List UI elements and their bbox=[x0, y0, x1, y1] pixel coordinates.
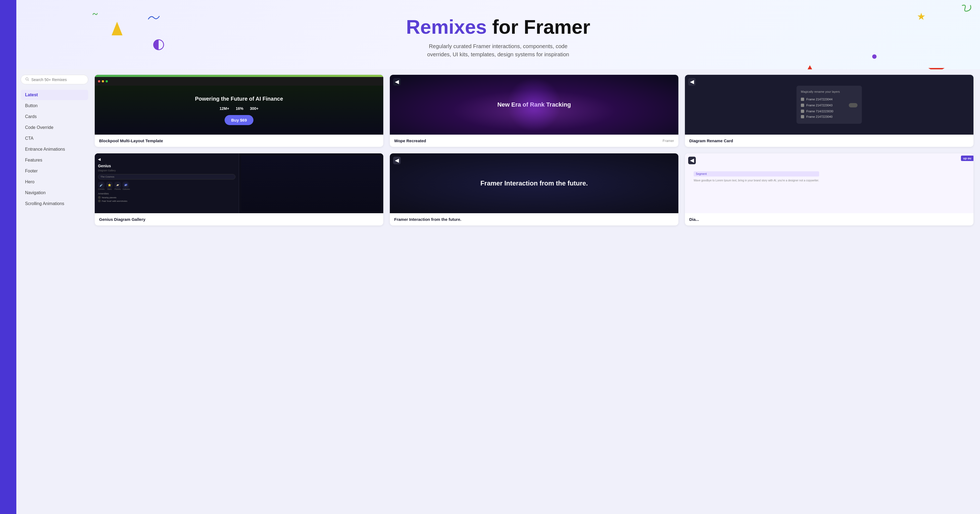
genius-main-panel bbox=[239, 153, 383, 213]
shape-triangle-red bbox=[803, 65, 817, 69]
stat2: 16% bbox=[236, 106, 243, 111]
diagram-mock: Magically rename your layers Frame 21472… bbox=[797, 86, 862, 124]
content-area: Latest Button Cards Code Override CTA En… bbox=[16, 69, 980, 514]
search-icon bbox=[25, 77, 29, 82]
amenities-label: Amenities bbox=[98, 192, 235, 195]
card-genius-title: Genius Diagram Gallery bbox=[99, 217, 145, 222]
diagram-row-2: Frame 714/2223030 bbox=[801, 108, 858, 114]
sidebar-item-scrolling-animations[interactable]: Scrolling Animations bbox=[21, 198, 88, 209]
card-cutoff[interactable]: ◀ up ou Segment Wave goodbye to Lorem Ip… bbox=[685, 153, 974, 225]
card-framer-int-title: Framer Interaction from the future. bbox=[394, 217, 461, 222]
card-genius[interactable]: ◀ Genius Diagram Gallery The Cosmos ☄️ C… bbox=[95, 153, 383, 225]
sidebar-item-footer[interactable]: Footer bbox=[21, 166, 88, 176]
genius-subtitle: Diagram Gallery bbox=[98, 169, 235, 172]
card-genius-thumbnail: ◀ Genius Diagram Gallery The Cosmos ☄️ C… bbox=[95, 153, 383, 213]
card-genius-info: Genius Diagram Gallery bbox=[95, 213, 383, 225]
blockpool-browser-bar bbox=[95, 77, 383, 86]
card-framer-interaction[interactable]: ◀ Framer Interaction from the future. Fr… bbox=[390, 153, 678, 225]
sidebar-item-hero[interactable]: Hero bbox=[21, 177, 88, 187]
genius-sidebar: ◀ Genius Diagram Gallery The Cosmos ☄️ C… bbox=[95, 153, 239, 213]
card-framer-int-info: Framer Interaction from the future. bbox=[390, 213, 678, 225]
dot-yellow bbox=[102, 80, 104, 82]
stat3: 300+ bbox=[250, 106, 259, 111]
hero-subtitle: Regularly curated Framer interactions, c… bbox=[422, 42, 574, 59]
shape-squiggle-green2 bbox=[961, 3, 975, 15]
framer-int-logo: ◀ bbox=[393, 157, 401, 164]
search-box[interactable] bbox=[21, 75, 88, 84]
card-diagram[interactable]: ◀ Magically rename your layers Frame 214… bbox=[685, 75, 974, 147]
card-diagram-thumbnail: ◀ Magically rename your layers Frame 214… bbox=[685, 75, 974, 135]
sidebar-bar bbox=[0, 0, 16, 514]
dot-red bbox=[98, 80, 100, 82]
blockpool-stats: 12M+ 16% 300+ bbox=[220, 106, 259, 111]
diagram-row-1: Frame 2147223043 bbox=[801, 102, 858, 108]
card-wope-title: Wope Recreated bbox=[394, 138, 426, 143]
up-badge: up ou bbox=[961, 155, 974, 161]
card-cutoff-title: Dia... bbox=[689, 217, 699, 222]
card-wope-tag: Framer bbox=[663, 139, 674, 143]
diagram-framer-logo: ◀ bbox=[688, 78, 696, 86]
blockpool-green-bar bbox=[95, 75, 383, 77]
diagram-row-3: Frame 2147223040 bbox=[801, 114, 858, 119]
card-wope-info: Wope Recreated Framer bbox=[390, 135, 678, 147]
sidebar-item-cta[interactable]: CTA bbox=[21, 133, 88, 144]
card-diagram-info: Diagram Rename Card bbox=[685, 135, 974, 147]
card-blockpool-thumbnail: Powering the Future of AI Finance 12M+ 1… bbox=[95, 75, 383, 135]
card-blockpool-title: Blockpool Multi-Layout Template bbox=[99, 138, 163, 143]
buy-button[interactable]: Buy $69 bbox=[224, 115, 253, 125]
genius-logo: Genius bbox=[98, 164, 235, 168]
blockpool-headline: Powering the Future of AI Finance bbox=[195, 95, 283, 102]
sidebar-item-code-override[interactable]: Code Override bbox=[21, 122, 88, 133]
diagram-header: Magically rename your layers bbox=[801, 90, 858, 93]
search-input[interactable] bbox=[31, 78, 84, 82]
card-cutoff-info: Dia... bbox=[685, 213, 974, 225]
card-diagram-title: Diagram Rename Card bbox=[689, 138, 733, 143]
sidebar-item-entrance-animations[interactable]: Entrance Animations bbox=[21, 144, 88, 154]
wope-glow bbox=[507, 78, 561, 132]
cutoff-framer-logo: ◀ bbox=[688, 157, 696, 164]
shape-triangle-red2 bbox=[928, 68, 945, 69]
framer-int-headline: Framer Interaction from the future. bbox=[480, 179, 588, 187]
card-blockpool-info: Blockpool Multi-Layout Template bbox=[95, 135, 383, 147]
card-blockpool[interactable]: Powering the Future of AI Finance 12M+ 1… bbox=[95, 75, 383, 147]
amenity-1: Fast 'trust' with wormholes bbox=[98, 200, 235, 202]
diagram-row-0: Frame 2147223044 bbox=[801, 97, 858, 102]
sidebar-item-latest[interactable]: Latest bbox=[21, 90, 88, 100]
dot-green bbox=[106, 80, 108, 82]
sidebar-item-navigation[interactable]: Navigation bbox=[21, 188, 88, 198]
cards-grid: Powering the Future of AI Finance 12M+ 1… bbox=[92, 69, 980, 514]
genius-framer-logo: ◀ bbox=[98, 157, 235, 162]
sidebar-item-features[interactable]: Features bbox=[21, 155, 88, 165]
amenity-0: Nearby planets bbox=[98, 196, 235, 199]
main-content: ~ ◐ ★ Remixes for Framer bbox=[16, 0, 980, 514]
hero-section: ~ ◐ ★ Remixes for Framer bbox=[16, 0, 980, 69]
hero-title: Remixes for Framer bbox=[27, 16, 969, 38]
card-framer-int-thumbnail: ◀ Framer Interaction from the future. bbox=[390, 153, 678, 213]
shape-dot-purple bbox=[872, 54, 877, 59]
wope-framer-logo: ◀ bbox=[393, 78, 401, 86]
card-cutoff-thumbnail: ◀ up ou Segment Wave goodbye to Lorem Ip… bbox=[685, 153, 974, 213]
genius-search: The Cosmos bbox=[98, 174, 235, 179]
genius-categories: ☄️ Comets ⭐ Stars 🪐 Planets bbox=[98, 182, 235, 190]
card-wope[interactable]: ◀ New Era of Rank Tracking Wope Recreate… bbox=[390, 75, 678, 147]
stat1: 12M+ bbox=[220, 106, 229, 111]
nav-sidebar: Latest Button Cards Code Override CTA En… bbox=[16, 69, 92, 514]
sidebar-item-button[interactable]: Button bbox=[21, 101, 88, 111]
sidebar-item-cards[interactable]: Cards bbox=[21, 111, 88, 122]
blockpool-content: Powering the Future of AI Finance 12M+ 1… bbox=[95, 86, 383, 135]
card-wope-thumbnail: ◀ New Era of Rank Tracking bbox=[390, 75, 678, 135]
